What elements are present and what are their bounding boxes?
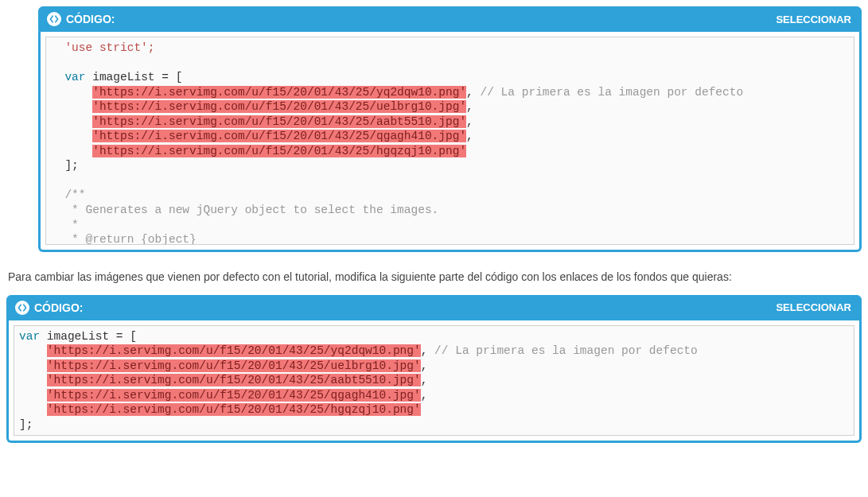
code-content[interactable]: 'use strict'; var imageList = [ 'https:/… (46, 37, 854, 244)
code-content[interactable]: var imageList = [ 'https://i.servimg.com… (14, 326, 854, 436)
code-header: CÓDIGO: SELECCIONAR (38, 6, 862, 32)
select-all-button[interactable]: SELECCIONAR (776, 14, 851, 25)
code-body-frame: var imageList = [ 'https://i.servimg.com… (6, 320, 862, 444)
code-icon (15, 301, 29, 315)
code-block-1: CÓDIGO: SELECCIONAR 'use strict'; var im… (38, 6, 862, 252)
select-all-button[interactable]: SELECCIONAR (776, 301, 851, 313)
code-body: var imageList = [ 'https://i.servimg.com… (14, 325, 854, 437)
code-title: CÓDIGO: (34, 301, 83, 314)
code-title: CÓDIGO: (66, 13, 115, 25)
code-icon (47, 12, 61, 26)
code-block-2: CÓDIGO: SELECCIONAR var imageList = [ 'h… (6, 295, 862, 444)
code-body-frame: 'use strict'; var imageList = [ 'https:/… (38, 32, 862, 252)
code-body: 'use strict'; var imageList = [ 'https:/… (45, 37, 854, 245)
explanatory-paragraph: Para cambiar las imágenes que vienen por… (8, 270, 860, 285)
code-header: CÓDIGO: SELECCIONAR (6, 295, 862, 320)
